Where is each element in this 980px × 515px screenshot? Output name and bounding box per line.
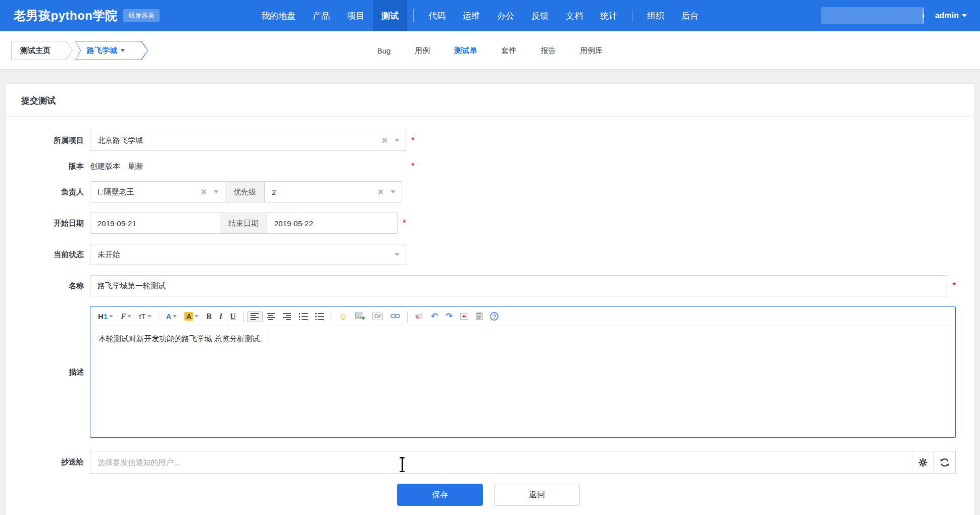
row-mailto: 抄送给 [21,451,956,474]
row-description: 描述 H1 F tT A A [21,306,956,438]
tab-caselib[interactable]: 用例库 [568,46,615,56]
mouse-ibeam-cursor [399,457,405,472]
nav-item-org[interactable]: 组织 [639,0,673,31]
status-label: 当前状态 [21,250,84,260]
tab-suite[interactable]: 套件 [489,46,528,56]
main-nav: 我的地盘 产品 项目 测试 代码 运维 办公 反馈 文档 统计 组织 后台 [253,0,707,31]
chevron-down-icon[interactable] [395,139,400,142]
rd-view-badge: 研发界面 [123,9,160,22]
nav-divider [632,9,632,22]
ordered-list-icon[interactable] [296,311,311,322]
align-center-icon[interactable] [263,311,279,322]
required-asterisk: * [403,218,406,228]
begin-date-label: 开始日期 [21,219,84,228]
required-asterisk: * [952,281,956,291]
tab-report[interactable]: 报告 [528,46,568,56]
chevron-down-icon [121,49,125,52]
clear-icon[interactable] [381,137,387,143]
nav-item-product[interactable]: 产品 [304,0,338,31]
gear-icon [918,457,928,468]
clear-icon[interactable] [377,189,383,195]
font-size-button[interactable]: tT [135,310,155,323]
toolbar-divider [243,312,243,322]
text-caret [269,334,269,343]
breadcrumb-product-switcher[interactable]: 路飞学城 [75,41,148,60]
test-section-tabs: Bug 用例 测试单 套件 报告 用例库 [365,31,615,70]
search-input[interactable] [821,7,922,24]
chevron-down-icon[interactable] [214,190,219,193]
redo-icon[interactable]: ↷ [442,311,456,322]
nav-item-code[interactable]: 代码 [420,0,454,31]
mailto-label: 抄送给 [21,457,84,467]
italic-button[interactable]: I [216,310,226,323]
refresh-build-link[interactable]: 刷新 [128,162,143,171]
owner-label: 负责人 [21,187,84,197]
breadcrumb-home-label: 测试主页 [20,46,51,56]
highlight-color-button[interactable]: A [181,310,202,323]
row-name: 名称 * [21,275,956,296]
emoji-icon[interactable]: ☺ [335,311,351,322]
nav-item-stats[interactable]: 统计 [592,0,626,31]
align-right-icon[interactable] [279,311,295,322]
nav-divider [413,9,414,22]
underline-button[interactable]: U [226,310,239,323]
project-label: 所属项目 [21,136,84,145]
save-button[interactable]: 保存 [397,484,483,506]
unordered-list-icon[interactable] [312,311,327,322]
fullscreen-icon[interactable] [457,311,472,322]
insert-link-icon[interactable] [387,312,404,321]
insert-image-icon[interactable] [352,311,368,322]
nav-item-admin-panel[interactable]: 后台 [673,0,707,31]
row-build: 版本 创建版本 刷新 * [21,161,956,171]
help-icon[interactable]: ? [486,310,502,323]
rich-text-editor[interactable]: H1 F tT A A B I [90,306,956,438]
nav-item-office[interactable]: 办公 [488,0,523,31]
search-go-button[interactable]: GO! [922,7,924,24]
name-input[interactable] [90,276,947,296]
chevron-down-icon [109,315,113,318]
mailto-input[interactable] [90,451,912,473]
heading-format-button[interactable]: H1 [94,310,117,323]
status-select[interactable]: 未开始 [90,244,406,265]
chevron-down-icon[interactable] [390,190,396,193]
nav-item-doc[interactable]: 文档 [557,0,592,31]
clear-icon[interactable] [201,189,207,195]
submit-test-card: 提交测试 所属项目 * 版本 创建版本 刷新 * 负责人 [6,83,974,515]
build-label: 版本 [21,162,84,171]
tab-testtask[interactable]: 测试单 [442,46,489,56]
eraser-icon[interactable] [411,311,427,322]
breadcrumb: 测试主页 路飞学城 [11,41,148,60]
tab-bug[interactable]: Bug [365,46,403,55]
user-menu[interactable]: admin [935,11,967,20]
end-date-input[interactable] [267,213,397,233]
editor-content[interactable]: 本轮测试对新开发功能的路飞学城 总览分析测试。 [90,326,955,437]
nav-item-project[interactable]: 项目 [338,0,373,31]
breadcrumb-test-home[interactable]: 测试主页 [11,41,73,60]
nav-item-my-zone[interactable]: 我的地盘 [253,0,304,31]
back-button[interactable]: 返回 [494,484,580,506]
nav-item-feedback[interactable]: 反馈 [523,0,557,31]
app-logo[interactable]: 老男孩python学院 [14,8,117,24]
nav-item-ops[interactable]: 运维 [454,0,488,31]
toolbar-divider [159,312,159,322]
paste-icon[interactable] [472,311,486,322]
font-color-button[interactable]: A [163,310,181,323]
description-text: 本轮测试对新开发功能的路飞学城 总览分析测试。 [99,334,267,343]
nav-item-test[interactable]: 测试 [373,0,407,31]
undo-icon[interactable]: ↶ [427,311,442,322]
description-label: 描述 [21,368,84,377]
begin-date-input[interactable] [90,213,220,233]
priority-label: 优先级 [225,181,265,202]
project-input[interactable] [90,130,406,150]
create-build-link[interactable]: 创建版本 [90,162,120,171]
card-header: 提交测试 [6,84,974,117]
font-family-button[interactable]: F [117,310,135,323]
bold-button[interactable]: B [203,310,215,323]
mailto-settings-button[interactable] [912,451,934,474]
tab-case[interactable]: 用例 [403,46,442,56]
align-left-icon[interactable] [247,311,263,322]
insert-code-icon[interactable]: C# [369,311,386,322]
refresh-icon [940,458,950,467]
mailto-refresh-button[interactable] [934,451,956,474]
required-asterisk: * [411,161,415,171]
